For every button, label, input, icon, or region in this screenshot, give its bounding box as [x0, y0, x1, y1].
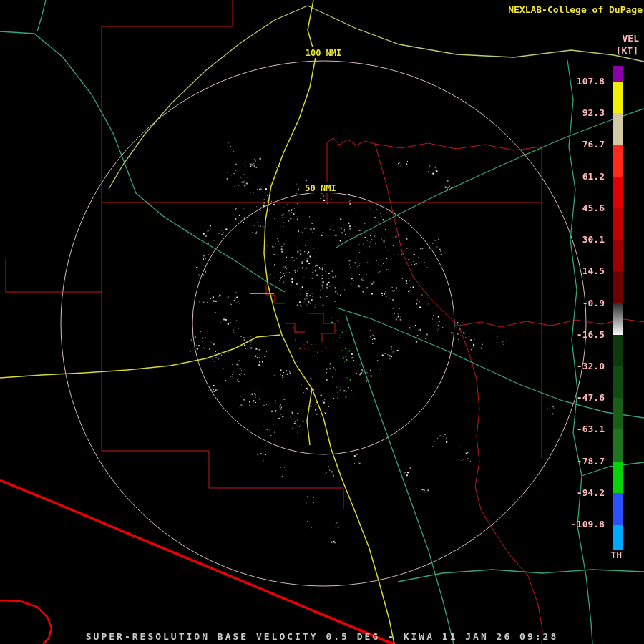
colorbar-tick: 45.6: [540, 203, 605, 213]
colorbar-tick: -32.0: [540, 361, 605, 371]
colorbar-tick: 76.7: [540, 140, 605, 150]
colorbar-segment: [613, 145, 623, 176]
colorbar-tick: 14.5: [540, 266, 605, 276]
colorbar-tick: 30.1: [540, 235, 605, 245]
colorbar-tick: -16.5: [540, 330, 605, 340]
colorbar-segment: [613, 335, 623, 366]
colorbar-tick: -63.1: [540, 424, 605, 434]
colorbar-tick: -47.6: [540, 393, 605, 403]
colorbar-segment: [613, 208, 623, 240]
product-caption: SUPER-RESOLUTION BASE VELOCITY 0.5 DEG -…: [86, 631, 558, 643]
range-ring-label-100: 100 NMI: [306, 48, 342, 58]
colorbar-segment: [613, 113, 623, 145]
state-border: [0, 480, 395, 644]
colorbar-bottom-label: TH: [610, 550, 622, 560]
colorbar-segment: [613, 271, 623, 303]
colorbar-segment: [613, 366, 623, 398]
colorbar-segment: [613, 82, 623, 113]
colorbar-segment: [613, 240, 623, 271]
colorbar-tick: 92.3: [540, 108, 605, 118]
colorbar-tick: 61.2: [540, 172, 605, 182]
colorbar-tick: -94.2: [540, 488, 605, 498]
colorbar-segment: [613, 525, 623, 550]
colorbar-tick: -78.7: [540, 457, 605, 467]
colorbar-segment: [613, 493, 623, 525]
radar-display: 100 NMI 50 NMI NEXLAB-College of DuPage …: [0, 0, 644, 644]
colorbar-tick: -109.8: [540, 519, 605, 530]
colorbar-tick: -0.9: [540, 298, 605, 308]
colorbar-tick: 107.8: [540, 77, 605, 87]
colorbar-segment: [613, 177, 623, 208]
range-ring-label-50: 50 NMI: [305, 183, 336, 193]
yellow-highways: [0, 0, 394, 644]
footer: SUPER-RESOLUTION BASE VELOCITY 0.5 DEG -…: [0, 629, 644, 643]
colorbar-segment: [613, 66, 623, 82]
colorbar-ticks: 107.892.376.761.245.630.114.5-0.9-16.5-3…: [540, 0, 605, 644]
colorbar-bar: [613, 0, 623, 644]
colorbar-title: VEL: [623, 33, 639, 44]
colorbar-segment: [613, 398, 623, 429]
colorbar-segment: [613, 429, 623, 461]
colorbar-segment: [613, 462, 623, 493]
colorbar-segment: [613, 303, 623, 335]
